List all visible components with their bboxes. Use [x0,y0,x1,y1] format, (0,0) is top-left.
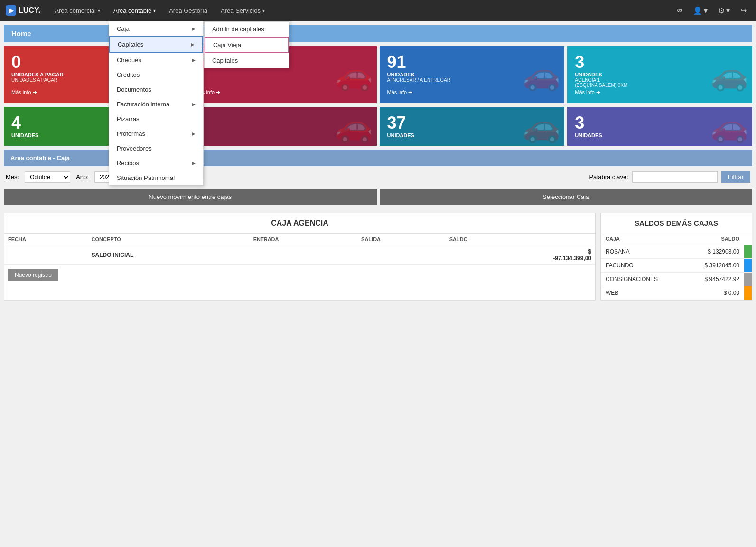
card-maroon: 🚗 [192,107,377,146]
car-icon-6: 🚗 [335,109,373,144]
dropdown-proveedores[interactable]: Proveedores [109,141,203,156]
nuevo-registro-button[interactable]: Nuevo registro [8,269,58,281]
navbar-right: ∞ 👤 ▾ ⚙ ▾ ↪ [673,4,750,17]
saldos-row: ROSANA $ 132903.00 [601,245,752,259]
car-icon-2: 🚗 [335,57,373,93]
submenu-caja-vieja[interactable]: Caja Vieja [205,37,289,53]
saldos-amount: $ 132903.00 [692,245,744,258]
card-number-3a: 3 [575,52,584,72]
car-icon-4: 🚗 [710,57,748,93]
dropdown-capitales[interactable]: Capitales ▶ Admin de capitales Caja Viej… [109,36,203,53]
infinity-icon-btn[interactable]: ∞ [673,4,686,17]
dropdown-situacion[interactable]: Situación Patrimonial [109,170,203,185]
mes-label: Mes: [6,173,19,180]
saldos-title: SALDOS DEMÁS CAJAS [601,213,752,233]
saldos-color-dot [744,273,752,286]
anio-label: Año: [76,173,89,180]
dropdown-recibos[interactable]: Recibos ▶ [109,156,203,170]
cell-salida [357,245,446,265]
section-header-title: Area contable - Caja [10,154,70,161]
saldos-card: SALDOS DEMÁS CAJAS CAJA SALDO ROSANA $ 1… [600,213,752,301]
card-3-purple: 3 UNIDADES 🚗 [567,107,752,146]
dropdown-caja[interactable]: Caja ▶ [109,21,203,36]
saldos-color-dot [744,245,752,258]
nav-area-comercial-label: Area comercial [55,7,96,14]
submenu-admin-capitales[interactable]: Admin de capitales [205,22,289,37]
brand-icon: ▶ [6,5,16,16]
nav-area-servicios-caret: ▾ [262,8,265,13]
dropdown-recibos-arrow: ▶ [192,160,196,166]
dropdown-facturacion-arrow: ▶ [192,102,196,107]
card-number-91: 91 [387,52,406,72]
nuevo-movimiento-button[interactable]: Nuevo movimiento entre cajas [4,189,377,205]
tables-row: CAJA AGENCIA FECHA CONCEPTO ENTRADA SALI… [4,213,752,301]
saldos-caja-name: WEB [601,286,692,300]
user-icon-btn[interactable]: 👤 ▾ [689,4,711,17]
caja-table-header-row: FECHA CONCEPTO ENTRADA SALIDA SALDO [4,234,595,245]
saldos-col-saldo: SALDO [717,233,745,245]
saldos-caja-name: CONSIGNACIONES [601,273,692,286]
area-contable-dropdown: Caja ▶ Capitales ▶ Admin de capitales Ca… [109,21,204,186]
card-number-3b: 3 [575,113,584,132]
dropdown-documentos[interactable]: Documentos [109,82,203,97]
card-3-agencia: 3 UNIDADES AGENCIA 1 (ESQUINA SALEM) 0km… [567,46,752,103]
dropdown-cheques[interactable]: Cheques ▶ [109,53,203,67]
logout-icon-btn[interactable]: ↪ [737,4,750,17]
dropdown-facturacion[interactable]: Facturación interna ▶ [109,97,203,112]
brand-name: LUCY. [19,6,40,15]
dropdown-pizarras[interactable]: Pizarras [109,112,203,126]
col-fecha: FECHA [4,234,88,245]
settings-icon: ⚙ [718,6,725,15]
saldos-rows: ROSANA $ 132903.00 FACUNDO $ 3912045.00 … [601,245,752,300]
nav-area-comercial-caret: ▾ [98,8,100,13]
nav-area-servicios-label: Area Servicios [221,7,261,14]
saldos-caja-name: ROSANA [601,245,692,258]
car-icon-3: 🚗 [523,57,560,93]
action-buttons: Nuevo movimiento entre cajas Seleccionar… [4,189,752,205]
saldos-col-caja: CAJA [601,233,717,245]
col-salida: SALIDA [357,234,446,245]
nav-area-comercial[interactable]: Area comercial ▾ [50,0,105,21]
card-number-0: 0 [11,52,21,72]
saldos-amount: $ 9457422.92 [692,273,744,286]
mes-select[interactable]: Octubre EneroFebreroMarzo AbrilMayoJunio… [25,171,70,183]
saldos-color-dot [744,286,752,300]
saldos-amount: $ 3912045.00 [692,259,744,272]
dropdown-proformas-arrow: ▶ [192,131,196,136]
cell-entrada [250,245,357,265]
saldos-row: WEB $ 0.00 [601,286,752,300]
palabra-clave-label: Palabra clave: [589,173,628,180]
user-icon: 👤 [693,6,702,15]
saldos-col-header: CAJA SALDO [601,233,752,245]
dropdown-creditos[interactable]: Creditos [109,67,203,82]
palabra-clave-input[interactable] [632,171,718,183]
caja-table-title: CAJA AGENCIA [4,213,595,234]
card-91-unidades: 91 UNIDADES A INGRESAR / A ENTREGAR 🚗 Má… [380,46,565,103]
nav-area-gestoria[interactable]: Area Gestoría [164,0,212,21]
submenu-capitales[interactable]: Capitales [205,53,289,68]
cell-fecha [4,245,88,265]
dropdown-cheques-arrow: ▶ [192,57,196,63]
saldos-amount: $ 0.00 [692,286,744,300]
logout-icon: ↪ [740,6,747,15]
col-concepto: CONCEPTO [88,234,250,245]
car-icon-8: 🚗 [710,109,748,144]
nav-area-contable[interactable]: Area contable ▾ Caja ▶ Capitales ▶ Admin… [109,0,160,21]
filtrar-button[interactable]: Filtrar [721,171,750,183]
dropdown-proformas[interactable]: Proformas ▶ [109,126,203,141]
saldos-row: FACUNDO $ 3912045.00 [601,259,752,273]
card-37-unidades: 37 UNIDADES 🚗 [380,107,565,146]
cell-concepto: SALDO INICIAL [88,245,250,265]
nav-area-servicios[interactable]: Area Servicios ▾ [216,0,270,21]
brand-logo[interactable]: ▶ LUCY. [6,5,40,16]
dropdown-capitales-arrow: ▶ [191,42,195,47]
caja-table-footer: Nuevo registro [4,265,595,285]
settings-icon-btn[interactable]: ⚙ ▾ [714,4,734,17]
car-icon-7: 🚗 [523,109,560,144]
caja-agencia-card: CAJA AGENCIA FECHA CONCEPTO ENTRADA SALI… [4,213,596,301]
seleccionar-caja-button[interactable]: Seleccionar Caja [380,189,753,205]
col-saldo: SALDO [446,234,595,245]
capitales-submenu: Admin de capitales Caja Vieja Capitales [204,21,289,68]
card-number-4: 4 [11,113,21,132]
navbar: ▶ LUCY. Area comercial ▾ Area contable ▾… [0,0,756,21]
